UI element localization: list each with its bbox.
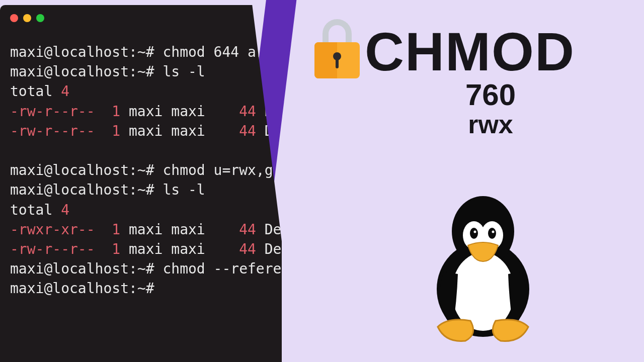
- prompt: maxi@localhost:~#: [10, 44, 163, 60]
- total-count: 4: [61, 202, 69, 218]
- file-permissions: -rw-r--r--: [10, 241, 95, 257]
- file-date: Dec 2: [256, 241, 282, 257]
- page-title: CHMOD: [365, 20, 575, 83]
- command-text: chmod u=rwx,g=rx: [163, 162, 282, 178]
- chmod-octal: 760: [355, 80, 626, 110]
- file-linkcount: 1: [95, 123, 121, 139]
- window-controls: [10, 14, 282, 22]
- terminal-line: -rw-r--r-- 1 maxi maxi 44 Dec: [10, 121, 282, 141]
- total-label: total: [10, 83, 61, 100]
- file-permissions: -rw-r--r--: [10, 103, 95, 120]
- terminal-line: maxi@localhost:~# chmod u=rwx,g=rx: [10, 160, 282, 180]
- file-permissions: -rw-r--r--: [10, 123, 95, 139]
- terminal-line: maxi@localhost:~#: [10, 279, 282, 298]
- zoom-icon[interactable]: [36, 14, 44, 22]
- terminal-body[interactable]: maxi@localhost:~# chmod 644 archmaxi@loc…: [0, 5, 282, 362]
- right-content: CHMOD 760 rwx: [314, 20, 636, 137]
- title-row: CHMOD: [314, 20, 636, 83]
- command-text: chmod --reference=: [163, 260, 282, 277]
- file-size: 44: [205, 123, 256, 139]
- svg-point-6: [488, 228, 496, 239]
- file-owner: maxi maxi: [120, 241, 205, 257]
- file-owner: maxi maxi: [120, 103, 205, 120]
- terminal-line: [10, 141, 282, 160]
- svg-point-7: [474, 231, 476, 233]
- terminal-line: maxi@localhost:~# chmod 644 arch: [10, 42, 282, 62]
- prompt: maxi@localhost:~#: [10, 63, 163, 80]
- lock-icon: [314, 19, 360, 79]
- prompt: maxi@localhost:~#: [10, 260, 163, 277]
- file-linkcount: 1: [95, 241, 121, 257]
- subtitle-block: 760 rwx: [355, 80, 626, 137]
- svg-point-8: [492, 231, 495, 233]
- prompt: maxi@localhost:~#: [10, 182, 163, 198]
- terminal-line: total 4: [10, 200, 282, 220]
- terminal-line: -rw-r--r-- 1 maxi maxi 44 Dec: [10, 102, 282, 121]
- file-size: 44: [205, 103, 256, 120]
- terminal-line: total 4: [10, 81, 282, 101]
- close-icon[interactable]: [10, 14, 18, 22]
- file-permissions: -rwxr-xr--: [10, 221, 95, 238]
- total-label: total: [10, 202, 61, 218]
- terminal-line: maxi@localhost:~# ls -l: [10, 180, 282, 200]
- minimize-icon[interactable]: [23, 14, 31, 22]
- file-owner: maxi maxi: [120, 221, 205, 238]
- prompt: maxi@localhost:~#: [10, 162, 163, 178]
- terminal-line: -rw-r--r-- 1 maxi maxi 44 Dec 2: [10, 239, 282, 259]
- terminal-line: maxi@localhost:~# chmod --reference=: [10, 259, 282, 279]
- prompt: maxi@localhost:~#: [10, 280, 163, 297]
- file-linkcount: 1: [95, 221, 121, 238]
- total-count: 4: [61, 83, 69, 100]
- file-linkcount: 1: [95, 103, 121, 120]
- file-size: 44: [205, 241, 256, 257]
- terminal-window: maxi@localhost:~# chmod 644 archmaxi@loc…: [0, 0, 282, 362]
- tux-penguin-icon: [418, 191, 548, 342]
- file-date: Dec 1: [256, 221, 282, 238]
- terminal-line: maxi@localhost:~# ls -l: [10, 62, 282, 81]
- svg-point-5: [470, 228, 478, 239]
- command-text: ls -l: [163, 63, 205, 80]
- file-size: 44: [205, 221, 256, 238]
- command-text: ls -l: [163, 182, 205, 198]
- terminal-line: -rwxr-xr-- 1 maxi maxi 44 Dec 1: [10, 220, 282, 239]
- terminal-output: maxi@localhost:~# chmod 644 archmaxi@loc…: [10, 42, 282, 298]
- file-owner: maxi maxi: [120, 123, 205, 139]
- chmod-symbolic: rwx: [355, 111, 626, 137]
